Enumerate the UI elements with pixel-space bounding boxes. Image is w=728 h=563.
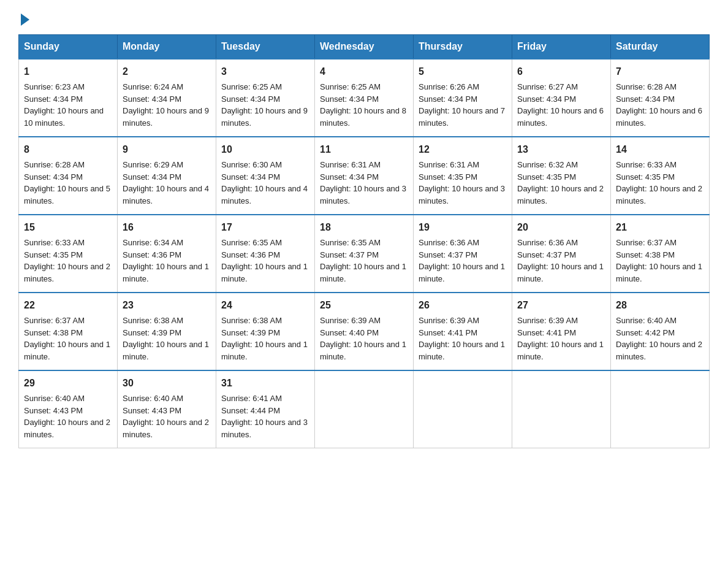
calendar-cell: 21 Sunrise: 6:37 AM Sunset: 4:38 PM Dayl… xyxy=(611,215,710,293)
calendar-week-row: 29 Sunrise: 6:40 AM Sunset: 4:43 PM Dayl… xyxy=(19,370,710,448)
sunrise-label: Sunrise: 6:40 AM xyxy=(24,394,85,403)
sunset-label: Sunset: 4:40 PM xyxy=(320,328,379,337)
day-number: 18 xyxy=(320,220,408,235)
sunrise-label: Sunrise: 6:37 AM xyxy=(616,238,677,247)
day-number: 4 xyxy=(320,64,408,79)
daylight-label: Daylight: 10 hours and 1 minute. xyxy=(24,340,110,361)
day-number: 1 xyxy=(24,64,112,79)
sunset-label: Sunset: 4:34 PM xyxy=(123,172,181,182)
sunrise-label: Sunrise: 6:36 AM xyxy=(419,238,479,247)
sunset-label: Sunset: 4:34 PM xyxy=(320,172,379,182)
daylight-label: Daylight: 10 hours and 2 minutes. xyxy=(123,418,209,439)
daylight-label: Daylight: 10 hours and 8 minutes. xyxy=(320,106,406,128)
day-number: 3 xyxy=(221,64,309,79)
day-number: 25 xyxy=(320,298,408,313)
daylight-label: Daylight: 10 hours and 7 minutes. xyxy=(419,106,505,128)
sunset-label: Sunset: 4:35 PM xyxy=(24,250,83,259)
sunset-label: Sunset: 4:34 PM xyxy=(221,172,280,182)
calendar-cell: 8 Sunrise: 6:28 AM Sunset: 4:34 PM Dayli… xyxy=(19,137,118,215)
daylight-label: Daylight: 10 hours and 5 minutes. xyxy=(24,184,110,205)
daylight-label: Daylight: 10 hours and 2 minutes. xyxy=(24,418,110,439)
calendar-cell: 25 Sunrise: 6:39 AM Sunset: 4:40 PM Dayl… xyxy=(315,293,414,370)
sunrise-label: Sunrise: 6:26 AM xyxy=(419,82,479,91)
day-number: 28 xyxy=(616,298,704,313)
sunset-label: Sunset: 4:37 PM xyxy=(517,250,576,259)
calendar-cell xyxy=(512,370,611,448)
calendar-cell: 16 Sunrise: 6:34 AM Sunset: 4:36 PM Dayl… xyxy=(118,215,216,293)
daylight-label: Daylight: 10 hours and 1 minute. xyxy=(517,262,604,283)
daylight-label: Daylight: 10 hours and 3 minutes. xyxy=(419,184,505,205)
day-number: 2 xyxy=(123,64,211,79)
sunset-label: Sunset: 4:41 PM xyxy=(517,328,576,337)
logo-arrow-icon xyxy=(21,13,29,26)
sunset-label: Sunset: 4:34 PM xyxy=(517,94,576,104)
sunrise-label: Sunrise: 6:33 AM xyxy=(24,238,85,247)
calendar-cell: 28 Sunrise: 6:40 AM Sunset: 4:42 PM Dayl… xyxy=(611,293,710,370)
sunrise-label: Sunrise: 6:31 AM xyxy=(320,160,381,169)
calendar-table: SundayMondayTuesdayWednesdayThursdayFrid… xyxy=(18,34,710,448)
sunrise-label: Sunrise: 6:39 AM xyxy=(320,316,381,325)
calendar-week-row: 15 Sunrise: 6:33 AM Sunset: 4:35 PM Dayl… xyxy=(19,215,710,293)
sunrise-label: Sunrise: 6:38 AM xyxy=(221,316,282,325)
sunrise-label: Sunrise: 6:34 AM xyxy=(123,238,183,247)
day-number: 31 xyxy=(221,376,309,391)
day-number: 16 xyxy=(123,220,211,235)
sunrise-label: Sunrise: 6:33 AM xyxy=(616,160,677,169)
sunset-label: Sunset: 4:34 PM xyxy=(221,94,280,104)
calendar-cell: 22 Sunrise: 6:37 AM Sunset: 4:38 PM Dayl… xyxy=(19,293,118,370)
calendar-week-row: 8 Sunrise: 6:28 AM Sunset: 4:34 PM Dayli… xyxy=(19,137,710,215)
daylight-label: Daylight: 10 hours and 6 minutes. xyxy=(517,106,604,128)
sunset-label: Sunset: 4:34 PM xyxy=(123,94,181,104)
day-number: 14 xyxy=(616,142,704,157)
sunset-label: Sunset: 4:35 PM xyxy=(419,172,477,182)
sunrise-label: Sunrise: 6:30 AM xyxy=(221,160,282,169)
day-number: 30 xyxy=(123,376,211,391)
day-number: 17 xyxy=(221,220,309,235)
day-number: 27 xyxy=(517,298,605,313)
day-number: 19 xyxy=(419,220,507,235)
daylight-label: Daylight: 10 hours and 9 minutes. xyxy=(221,106,308,128)
day-header-wednesday: Wednesday xyxy=(315,35,414,59)
sunset-label: Sunset: 4:41 PM xyxy=(419,328,477,337)
sunrise-label: Sunrise: 6:38 AM xyxy=(123,316,183,325)
sunset-label: Sunset: 4:37 PM xyxy=(419,250,477,259)
calendar-cell: 4 Sunrise: 6:25 AM Sunset: 4:34 PM Dayli… xyxy=(315,59,414,137)
day-header-friday: Friday xyxy=(512,35,611,59)
daylight-label: Daylight: 10 hours and 1 minute. xyxy=(123,340,209,361)
day-header-sunday: Sunday xyxy=(19,35,118,59)
sunrise-label: Sunrise: 6:32 AM xyxy=(517,160,578,169)
calendar-cell: 17 Sunrise: 6:35 AM Sunset: 4:36 PM Dayl… xyxy=(216,215,315,293)
sunset-label: Sunset: 4:43 PM xyxy=(123,406,181,415)
daylight-label: Daylight: 10 hours and 1 minute. xyxy=(616,262,702,283)
sunset-label: Sunset: 4:43 PM xyxy=(24,406,83,415)
daylight-label: Daylight: 10 hours and 2 minutes. xyxy=(517,184,604,205)
calendar-cell: 11 Sunrise: 6:31 AM Sunset: 4:34 PM Dayl… xyxy=(315,137,414,215)
calendar-cell: 1 Sunrise: 6:23 AM Sunset: 4:34 PM Dayli… xyxy=(19,59,118,137)
day-number: 23 xyxy=(123,298,211,313)
calendar-cell: 7 Sunrise: 6:28 AM Sunset: 4:34 PM Dayli… xyxy=(611,59,710,137)
calendar-cell: 26 Sunrise: 6:39 AM Sunset: 4:41 PM Dayl… xyxy=(414,293,512,370)
day-header-thursday: Thursday xyxy=(414,35,512,59)
sunrise-label: Sunrise: 6:41 AM xyxy=(221,394,282,403)
sunrise-label: Sunrise: 6:39 AM xyxy=(419,316,479,325)
daylight-label: Daylight: 10 hours and 2 minutes. xyxy=(24,262,110,283)
sunrise-label: Sunrise: 6:24 AM xyxy=(123,82,183,91)
sunrise-label: Sunrise: 6:40 AM xyxy=(616,316,677,325)
day-header-tuesday: Tuesday xyxy=(216,35,315,59)
day-number: 26 xyxy=(419,298,507,313)
daylight-label: Daylight: 10 hours and 1 minute. xyxy=(123,262,209,283)
daylight-label: Daylight: 10 hours and 3 minutes. xyxy=(221,418,308,439)
sunset-label: Sunset: 4:36 PM xyxy=(221,250,280,259)
calendar-cell: 20 Sunrise: 6:36 AM Sunset: 4:37 PM Dayl… xyxy=(512,215,611,293)
sunrise-label: Sunrise: 6:25 AM xyxy=(221,82,282,91)
day-header-saturday: Saturday xyxy=(611,35,710,59)
sunset-label: Sunset: 4:34 PM xyxy=(419,94,477,104)
calendar-cell: 27 Sunrise: 6:39 AM Sunset: 4:41 PM Dayl… xyxy=(512,293,611,370)
calendar-cell xyxy=(611,370,710,448)
daylight-label: Daylight: 10 hours and 4 minutes. xyxy=(123,184,209,205)
calendar-week-row: 1 Sunrise: 6:23 AM Sunset: 4:34 PM Dayli… xyxy=(19,59,710,137)
calendar-cell: 23 Sunrise: 6:38 AM Sunset: 4:39 PM Dayl… xyxy=(118,293,216,370)
sunrise-label: Sunrise: 6:39 AM xyxy=(517,316,578,325)
sunrise-label: Sunrise: 6:28 AM xyxy=(24,160,85,169)
day-number: 24 xyxy=(221,298,309,313)
